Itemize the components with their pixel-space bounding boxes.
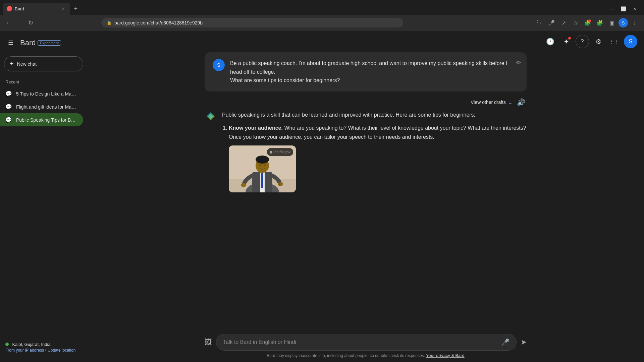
tab-close-button[interactable]: ✕ [60,6,66,11]
extensions-icon[interactable]: 🧩 [594,17,605,28]
input-row: 🖼 🎤 ➤ [205,334,527,351]
user-message: S Be a public speaking coach. I'm about … [205,52,527,92]
sidebar-item-speaking[interactable]: 💬 Public Speaking Tips for Begin... [0,113,83,126]
text-input-wrapper: 🎤 [216,334,517,351]
sidebar-browser-icon[interactable]: ▣ [606,17,617,28]
history-button[interactable]: 🕐 [543,35,557,48]
svg-point-9 [264,164,266,166]
notification-dot [588,19,591,22]
app-layout: ☰ Bard Experiment + New chat Recent 💬 5 … [0,31,644,362]
forward-button[interactable]: → [15,18,24,28]
response-intro: Public speaking is a skill that can be l… [222,110,527,119]
app-profile-avatar[interactable]: S [624,35,637,48]
minimize-button[interactable]: ─ [609,6,616,12]
view-other-drafts-button[interactable]: View other drafts ⌄ [471,99,513,106]
bard-logo: Bard Experiment [20,39,61,47]
response-header: View other drafts ⌄ 🔊 [205,98,527,106]
sidebar-header: ☰ Bard Experiment [0,35,87,54]
maximize-button[interactable]: ⬜ [619,6,628,12]
tips-list: Know your audience. Who are you speaking… [229,123,527,192]
address-bar-row: ← → ↻ 🔒 bard.google.com/chat/d3064128619… [0,15,644,31]
bard-response: View other drafts ⌄ 🔊 [205,92,527,205]
response-text: Public speaking is a skill that can be l… [222,110,527,198]
separator: • [45,348,48,353]
disclaimer-text: Bard may display inaccurate info, includ… [267,353,425,358]
location-row: Kalol, Gujarat, India [5,341,82,347]
hamburger-menu-button[interactable]: ☰ [5,38,16,48]
new-chat-button[interactable]: + New chat [4,56,83,71]
image-upload-button[interactable]: 🖼 [205,338,212,347]
image-source-text: leb.fbi.gov [274,149,290,155]
chat-title-1: 5 Tips to Design Like a Master [16,91,78,97]
image-source-badge: leb.fbi.gov [267,148,293,156]
chat-title-3: Public Speaking Tips for Begin... [16,117,78,123]
svg-rect-12 [279,182,280,186]
speaker-button[interactable]: 🔊 [517,98,525,106]
sidebar-item-design[interactable]: 💬 5 Tips to Design Like a Master [0,87,83,100]
location-name: Kalol, Gujarat, India [12,342,50,347]
experiment-badge: Experiment [38,40,61,46]
main-content: 🕐 ✦ ? ⚙ ⋮⋮ S S Be a public speaking coac… [87,31,644,362]
window-controls: ─ ⬜ ✕ [606,6,641,12]
tab-title: Bard [15,6,58,11]
chat-input[interactable] [223,339,497,345]
svg-point-8 [259,164,261,166]
sidebar-item-flight[interactable]: 💬 Flight and gift ideas for Madrid t... [0,100,83,113]
refresh-button[interactable]: ↻ [27,18,35,28]
app-top-bar: 🕐 ✦ ? ⚙ ⋮⋮ S [87,31,644,52]
location-sub-text: From your IP address [5,348,44,353]
close-window-button[interactable]: ✕ [631,6,639,12]
chat-bubble-icon-1: 💬 [5,90,12,97]
chat-area: S Be a public speaking coach. I'm about … [87,52,644,330]
bookmark-icon[interactable]: ☆ [570,17,581,28]
active-tab[interactable]: Bard ✕ [3,3,70,15]
extension-icon-1[interactable]: 🛡 [534,17,545,28]
extension-notification-icon[interactable]: 🧩 [582,17,593,28]
address-bar[interactable]: 🔒 bard.google.com/chat/d3064128619e929b [101,18,403,27]
user-message-text: Be a public speaking coach. I'm about to… [230,59,519,85]
sidebar: ☰ Bard Experiment + New chat Recent 💬 5 … [0,31,87,362]
chat-title-2: Flight and gift ideas for Madrid t... [16,104,78,110]
sidebar-footer: Kalol, Gujarat, India From your IP addre… [0,336,87,358]
back-button[interactable]: ← [4,18,13,28]
edit-message-button[interactable]: ✏ [516,59,521,66]
plus-icon: + [10,60,14,68]
new-chat-label: New chat [17,61,37,67]
browser-chrome: Bard ✕ + ─ ⬜ ✕ ← → ↻ 🔒 bard.google.com/c… [0,0,644,31]
user-avatar: S [213,59,225,71]
settings-button[interactable]: ⚙ [592,35,605,48]
tip-1-bold: Know your audience. [229,125,283,131]
disclaimer: Bard may display inaccurate info, includ… [205,353,527,359]
privacy-link[interactable]: Your privacy & Bard [426,353,464,358]
microphone-input-button[interactable]: 🎤 [501,338,509,346]
bard-title: Bard [20,39,36,47]
location-sub: From your IP address • Update location [5,348,82,353]
recent-label: Recent [0,77,87,87]
chat-bubble-icon-2: 💬 [5,104,12,110]
share-icon[interactable]: ↗ [558,17,569,28]
source-dot [270,151,272,154]
help-button[interactable]: ? [576,35,589,48]
bard-gem-icon [205,110,217,122]
send-button[interactable]: ➤ [521,338,527,347]
lock-icon: 🔒 [107,20,112,25]
location-dot [5,343,9,346]
tab-bar: Bard ✕ + ─ ⬜ ✕ [0,0,644,15]
svg-point-10 [241,183,246,187]
browser-profile-avatar[interactable]: S [619,18,628,27]
apps-button[interactable]: ⋮⋮ [608,35,621,48]
view-drafts-label: View other drafts [471,100,506,105]
input-area: 🖼 🎤 ➤ Bard may display inaccurate info, … [198,330,533,362]
message-wrapper: S Be a public speaking coach. I'm about … [205,52,527,204]
response-content: Public speaking is a skill that can be l… [205,110,527,198]
menu-icon[interactable]: ⋮ [629,17,640,28]
star-notification-dot [568,37,571,40]
chat-bubble-icon-3: 💬 [5,117,12,123]
star-button[interactable]: ✦ [559,35,573,48]
browser-toolbar: 🛡 🎤 ↗ ☆ 🧩 🧩 ▣ S ⋮ [534,17,640,28]
update-location-link[interactable]: Update location [48,348,75,353]
new-tab-button[interactable]: + [71,4,80,13]
microphone-browser-icon[interactable]: 🎤 [546,17,557,28]
response-image-wrapper: leb.fbi.gov [229,145,296,192]
tab-favicon [7,6,12,11]
